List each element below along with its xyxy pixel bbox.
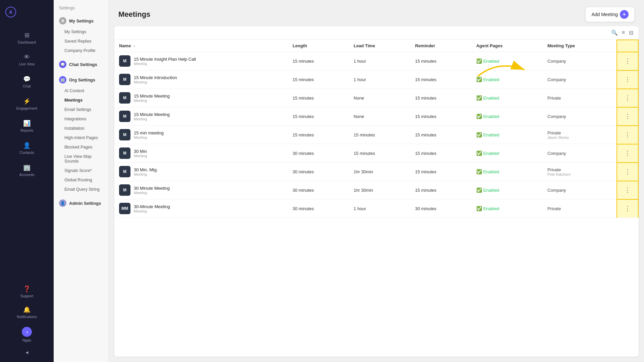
cell-lead-time-1: 1 hour <box>349 70 410 89</box>
my-settings-label: My Settings <box>69 18 94 23</box>
cell-lead-time-5: 15 minutes <box>349 144 410 163</box>
sidebar-item-contacts[interactable]: 👤 Contacts <box>3 138 51 159</box>
enabled-check-icon-1: ✅ <box>476 77 482 82</box>
meeting-name-1: 15 Minute Introduction <box>134 75 177 80</box>
settings-section-chat: 💬 Chat Settings <box>54 58 109 71</box>
cell-reminder-8: 30 minutes <box>410 199 471 218</box>
cell-name-0: M 15 Minute Insight Plan Help Call Meeti… <box>114 52 288 70</box>
add-meeting-label: Add Meeting <box>591 12 618 17</box>
cell-lead-time-6: 1hr 30min <box>349 163 410 181</box>
left-sidebar: A ⊞ Dashboard 👁 Live View 💬 Chat ⚡ Engag… <box>0 0 54 362</box>
notifications-icon: 🔔 <box>23 306 31 313</box>
col-name-header[interactable]: Name ↑ <box>114 40 288 52</box>
settings-sub-meetings[interactable]: Meetings <box>54 96 109 105</box>
meeting-type-8: Private <box>547 206 612 211</box>
meeting-name-info-2: 15 Minute Meeting Meeting <box>134 94 170 103</box>
logo-area: A <box>0 0 54 24</box>
meeting-avatar-0: M <box>119 55 130 67</box>
cell-meeting-type-1: Company <box>543 70 617 89</box>
meeting-avatar-6: M <box>119 166 130 177</box>
more-options-button-8[interactable]: ⋮ <box>622 203 633 214</box>
table-row: M 15 Minute Introduction Meeting 15 minu… <box>114 70 638 89</box>
cell-length-4: 15 minutes <box>288 126 349 144</box>
cell-meeting-type-0: Company <box>543 52 617 70</box>
meeting-name-info-7: 30 Minute Meeting Meeting <box>134 186 170 195</box>
enabled-check-icon-8: ✅ <box>476 206 482 211</box>
more-options-button-7[interactable]: ⋮ <box>622 185 633 195</box>
sidebar-item-user[interactable]: g. 4 Ngan <box>3 323 51 346</box>
cell-lead-time-0: 1 hour <box>349 52 410 70</box>
agent-pages-status-7: Enabled <box>483 188 499 193</box>
settings-section-my: ⚙ My Settings My Settings Saved Replies … <box>54 14 109 55</box>
meeting-sub-8: Meeting <box>134 209 170 213</box>
cell-reminder-3: 15 minutes <box>410 107 471 126</box>
table-row: M 30 Min. Mtg. Meeting 30 minutes 1hr 30… <box>114 163 638 181</box>
meeting-avatar-2: M <box>119 92 130 104</box>
table-row: M 30 Min Meeting 30 minutes 15 minutes 1… <box>114 144 638 163</box>
cell-name-4: M 15 min meeting Meeting <box>114 126 288 144</box>
settings-sub-company-profile[interactable]: Company Profile <box>54 46 109 55</box>
settings-sub-installation[interactable]: Installation <box>54 124 109 133</box>
settings-section-my-header[interactable]: ⚙ My Settings <box>54 14 109 27</box>
settings-sub-saved-replies[interactable]: Saved Replies <box>54 37 109 46</box>
sidebar-item-reports[interactable]: 📊 Reports <box>3 116 51 136</box>
meeting-avatar-7: M <box>119 184 130 196</box>
settings-section-org: 🏢 Org Settings AI Content Meetings Email… <box>54 73 109 194</box>
settings-sub-my-settings[interactable]: My Settings <box>54 27 109 37</box>
filter-sort-icon[interactable]: ≡ <box>622 29 625 36</box>
settings-sub-email-settings[interactable]: Email Settings <box>54 105 109 114</box>
settings-sub-live-view-sounds[interactable]: Live View Map Sounds <box>54 152 109 166</box>
settings-section-org-header[interactable]: 🏢 Org Settings <box>54 73 109 86</box>
collapse-sidebar-button[interactable]: ◀ <box>3 347 51 358</box>
cell-name-1: M 15 Minute Introduction Meeting <box>114 70 288 89</box>
sidebar-item-label: Contacts <box>19 150 34 155</box>
settings-sub-email-query[interactable]: Email Query String <box>54 185 109 194</box>
engagement-icon: ⚡ <box>23 98 31 105</box>
cell-length-5: 30 minutes <box>288 144 349 163</box>
settings-section-chat-header[interactable]: 💬 Chat Settings <box>54 58 109 71</box>
more-options-button-2[interactable]: ⋮ <box>622 93 633 103</box>
sidebar-item-dashboard[interactable]: ⊞ Dashboard <box>3 27 51 48</box>
sidebar-item-notifications[interactable]: 🔔 Notifications <box>3 303 51 322</box>
sidebar-item-engagement[interactable]: ⚡ Engagement <box>3 94 51 114</box>
meeting-name-info-1: 15 Minute Introduction Meeting <box>134 75 177 84</box>
more-options-button-0[interactable]: ⋮ <box>622 56 633 66</box>
sidebar-item-chat[interactable]: 💬 Chat <box>3 71 51 92</box>
settings-section-admin: 👤 Admin Settings <box>54 197 109 209</box>
sidebar-item-accounts[interactable]: 🏢 Accounts <box>3 160 51 181</box>
agent-pages-status-8: Enabled <box>483 206 499 211</box>
settings-sub-signals-score[interactable]: Signals Score* <box>54 166 109 175</box>
enabled-check-icon-7: ✅ <box>476 187 482 193</box>
meeting-name-info-5: 30 Min Meeting <box>134 149 147 158</box>
settings-sub-global-routing[interactable]: Global Routing <box>54 175 109 185</box>
settings-section-admin-header[interactable]: 👤 Admin Settings <box>54 197 109 209</box>
more-options-button-4[interactable]: ⋮ <box>622 130 633 140</box>
meetings-tbody: M 15 Minute Insight Plan Help Call Meeti… <box>114 52 638 218</box>
settings-sub-ai-content[interactable]: AI Content <box>54 86 109 96</box>
meeting-sub-0: Meeting <box>134 62 196 66</box>
sidebar-item-live-view[interactable]: 👁 Live View <box>3 50 51 70</box>
sidebar-item-support[interactable]: ❓ Support <box>3 282 51 301</box>
badge-count: 4 <box>24 329 30 335</box>
cell-actions-6: ⋮ <box>617 163 638 181</box>
enabled-check-icon-3: ✅ <box>476 114 482 119</box>
admin-settings-icon: 👤 <box>59 199 66 207</box>
cell-length-7: 30 minutes <box>288 181 349 199</box>
meetings-table-container: 🔍 ≡ ⊟ Nam <box>114 26 639 357</box>
more-options-button-1[interactable]: ⋮ <box>622 74 633 84</box>
more-options-button-3[interactable]: ⋮ <box>622 111 633 121</box>
cell-name-7: M 30 Minute Meeting Meeting <box>114 181 288 199</box>
table-row: M 15 Minute Meeting Meeting 15 minutes N… <box>114 89 638 107</box>
cell-reminder-5: 15 minutes <box>410 144 471 163</box>
settings-sub-blocked-pages[interactable]: Blocked Pages <box>54 142 109 152</box>
settings-sub-high-intent[interactable]: High-Intent Pages <box>54 133 109 142</box>
settings-sub-integrations[interactable]: Integrations <box>54 114 109 124</box>
more-options-button-6[interactable]: ⋮ <box>622 167 633 177</box>
enabled-check-icon-6: ✅ <box>476 169 482 174</box>
search-icon[interactable]: 🔍 <box>611 29 618 36</box>
filter-icon[interactable]: ⊟ <box>629 29 633 36</box>
add-meeting-button[interactable]: Add Meeting + <box>585 7 635 22</box>
cell-name-5: M 30 Min Meeting <box>114 144 288 163</box>
more-options-button-5[interactable]: ⋮ <box>622 148 633 158</box>
meeting-avatar-8: MM <box>119 203 130 214</box>
